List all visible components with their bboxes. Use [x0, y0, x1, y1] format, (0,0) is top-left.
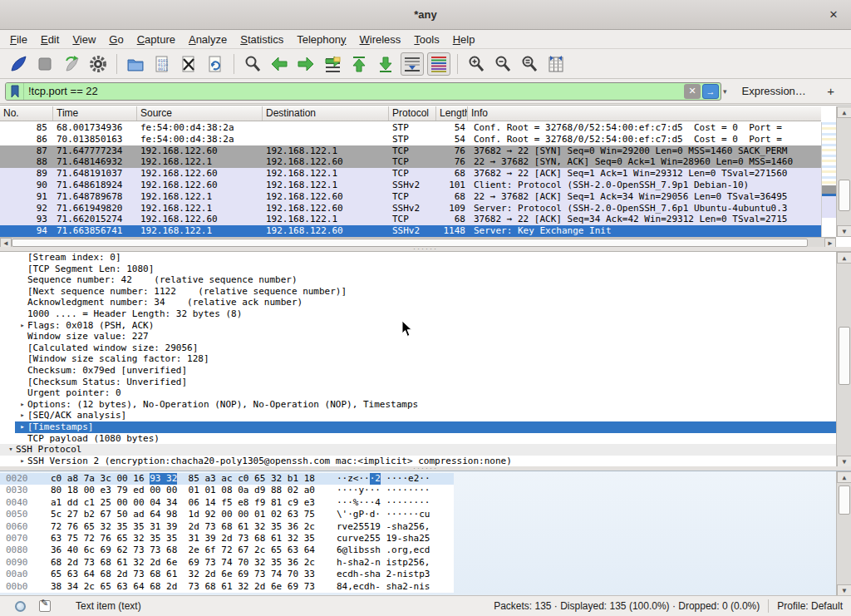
scroll-thumb[interactable] [12, 239, 808, 247]
expand-arrow-icon[interactable]: ▸ [17, 320, 27, 332]
scroll-down-icon[interactable]: ▼ [837, 456, 851, 466]
detail-line-options[interactable]: ▸Options: (12 bytes), No-Operation (NOP)… [0, 399, 851, 411]
expand-arrow-icon[interactable] [17, 365, 27, 377]
menu-go[interactable]: Go [102, 32, 130, 47]
detail-line-seq-ack[interactable]: ▸[SEQ/ACK analysis] [0, 410, 851, 421]
detail-line[interactable]: Urgent pointer: 0 [0, 387, 851, 399]
menu-tools[interactable]: Tools [407, 32, 445, 47]
hex-row-00a0[interactable]: 00a065 63 64 68 2d 73 68 61 32 2d 6e 69 … [0, 569, 454, 580]
menu-statistics[interactable]: Statistics [234, 32, 290, 47]
column-header-no[interactable]: No. [0, 106, 53, 121]
detail-line[interactable]: [Stream index: 0] [0, 252, 851, 264]
open-file-icon[interactable] [124, 52, 147, 76]
column-header-length[interactable]: Length [436, 106, 468, 121]
start-capture-icon[interactable] [7, 52, 30, 76]
expand-arrow-icon[interactable] [17, 252, 27, 264]
close-file-icon[interactable] [177, 52, 200, 76]
colorize-icon[interactable] [427, 52, 450, 76]
go-to-packet-icon[interactable] [321, 52, 344, 76]
filter-bookmark-icon[interactable] [6, 83, 24, 100]
expand-arrow-icon[interactable] [17, 387, 27, 399]
close-window-icon[interactable]: ✕ [826, 7, 841, 22]
menu-capture[interactable]: Capture [130, 32, 182, 47]
detail-line[interactable]: [Next sequence number: 1122 (relative se… [0, 286, 851, 298]
expand-arrow-icon[interactable]: ▸ [17, 399, 27, 411]
capture-comment-icon[interactable]: ✎ [39, 600, 51, 612]
menu-analyze[interactable]: Analyze [182, 32, 234, 47]
column-header-time[interactable]: Time [53, 106, 137, 121]
display-filter-field[interactable]: ✕ → [5, 82, 721, 101]
profile-status[interactable]: Profile: Default [777, 600, 843, 612]
detail-line[interactable]: [TCP Segment Len: 1080] [0, 264, 851, 275]
menu-wireless[interactable]: Wireless [353, 32, 408, 47]
detail-line-timestamps-selected[interactable]: ▸[Timestamps] [0, 421, 851, 433]
filter-apply-icon[interactable]: → [702, 84, 719, 99]
expand-arrow-icon[interactable]: ▸ [17, 410, 27, 421]
scroll-thumb[interactable] [839, 485, 850, 515]
resize-columns-icon[interactable] [544, 52, 568, 76]
detail-line[interactable]: [Checksum Status: Unverified] [0, 377, 851, 388]
zoom-in-icon[interactable] [465, 52, 488, 76]
expression-button[interactable]: Expression… [742, 85, 806, 97]
packet-row-93[interactable]: 9371.662015274192.168.122.60192.168.122.… [0, 214, 821, 225]
detail-line[interactable]: [Calculated window size: 29056] [0, 342, 851, 354]
column-header-destination[interactable]: Destination [263, 106, 389, 121]
filter-history-caret-icon[interactable]: ▾ [723, 87, 727, 96]
scroll-down-icon[interactable]: ▼ [837, 584, 851, 595]
packet-row-88[interactable]: 8871.648146932192.168.122.1192.168.122.6… [0, 156, 821, 168]
hex-row-0050[interactable]: 00505c 27 b2 67 50 ad 64 98 1d 92 00 00 … [0, 509, 454, 520]
scroll-down-icon[interactable]: ▼ [837, 225, 851, 237]
auto-scroll-icon[interactable] [401, 52, 424, 76]
display-filter-input[interactable] [24, 85, 684, 97]
hex-row-0030[interactable]: 003080 18 00 e3 79 ed 00 00 01 01 08 0a … [0, 485, 454, 496]
packet-row-86[interactable]: 8670.013850163fe:54:00:d4:38:2aSTP54Conf… [0, 134, 821, 145]
add-filter-button[interactable]: + [822, 84, 839, 98]
expand-arrow-icon[interactable] [17, 342, 27, 354]
restart-capture-icon[interactable] [60, 52, 83, 76]
go-first-icon[interactable] [347, 52, 371, 76]
packet-row-85[interactable]: 8568.001734936fe:54:00:d4:38:2aSTP54Conf… [0, 122, 821, 134]
expand-arrow-icon[interactable] [17, 264, 27, 275]
expand-arrow-icon[interactable] [17, 377, 27, 388]
go-back-icon[interactable] [268, 52, 291, 76]
detail-line-flags[interactable]: ▸Flags: 0x018 (PSH, ACK) [0, 320, 851, 332]
expand-arrow-icon[interactable] [17, 286, 27, 298]
packet-list-vscrollbar[interactable]: ▲ ▼ [836, 106, 851, 237]
detail-line[interactable]: Checksum: 0x79ed [unverified] [0, 365, 851, 377]
scroll-up-icon[interactable]: ▲ [837, 252, 851, 264]
hex-row-0070[interactable]: 007063 75 72 76 65 32 35 35 31 39 2d 73 … [0, 533, 454, 545]
capture-options-icon[interactable] [86, 52, 110, 76]
detail-line[interactable]: Window size value: 227 [0, 331, 851, 342]
save-file-icon[interactable]: 010101100011 [150, 52, 174, 76]
menu-edit[interactable]: Edit [34, 32, 66, 47]
packet-row-89[interactable]: 8971.648191037192.168.122.60192.168.122.… [0, 168, 821, 180]
reload-file-icon[interactable] [204, 52, 227, 76]
packet-row-87[interactable]: 8771.647777234192.168.122.60192.168.122.… [0, 145, 821, 157]
packet-row-90[interactable]: 9071.648618924192.168.122.60192.168.122.… [0, 180, 821, 191]
hex-row-0080[interactable]: 008036 40 6c 69 62 73 73 68 2e 6f 72 67 … [0, 545, 454, 556]
expand-arrow-icon[interactable] [17, 308, 27, 320]
expert-info-icon[interactable] [15, 601, 26, 612]
detail-line[interactable]: [Window size scaling factor: 128] [0, 353, 851, 365]
packet-row-94-selected[interactable]: 9471.663856741192.168.122.1192.168.122.6… [0, 225, 821, 237]
hex-row-00b0[interactable]: 00b038 34 2c 65 63 64 68 2d 73 68 61 32 … [0, 581, 454, 593]
expand-arrow-icon[interactable] [17, 353, 27, 365]
detail-line[interactable]: TCP payload (1080 bytes) [0, 433, 851, 445]
menu-view[interactable]: View [66, 32, 102, 47]
detail-vscrollbar[interactable]: ▲ ▼ [836, 252, 851, 466]
packet-row-91[interactable]: 9171.648789678192.168.122.1192.168.122.6… [0, 191, 821, 203]
hex-row-0060[interactable]: 006072 76 65 32 35 35 31 39 2d 73 68 61 … [0, 521, 454, 533]
filter-clear-icon[interactable]: ✕ [684, 84, 701, 99]
menu-file[interactable]: File [3, 32, 34, 47]
menu-help[interactable]: Help [446, 32, 482, 47]
scroll-thumb[interactable] [839, 327, 850, 385]
expand-arrow-icon[interactable]: ▸ [17, 456, 27, 466]
menu-telephony[interactable]: Telephony [290, 32, 352, 47]
hex-row-0020[interactable]: 0020c0 a8 7a 3c 00 16 93 32 85 a3 ac c0 … [0, 473, 454, 485]
go-last-icon[interactable] [374, 52, 397, 76]
title-bar[interactable]: *any ✕ [0, 0, 851, 30]
scroll-up-icon[interactable]: ▲ [837, 106, 851, 118]
hex-row-0090[interactable]: 009068 2d 73 68 61 32 2d 6e 69 73 74 70 … [0, 557, 454, 569]
expand-arrow-icon[interactable]: ▸ [17, 421, 27, 433]
detail-line[interactable]: 1000 .... = Header Length: 32 bytes (8) [0, 308, 851, 320]
